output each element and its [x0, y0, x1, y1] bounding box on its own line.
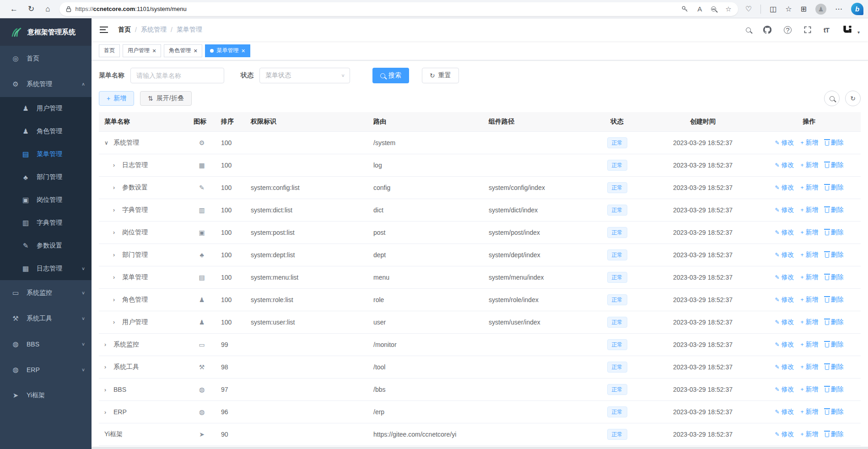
home-icon[interactable]: ⌂	[45, 5, 50, 13]
add-link[interactable]: +新增	[801, 161, 819, 169]
expand-closed-icon[interactable]: ›	[104, 387, 113, 393]
add-favorite-star-icon[interactable]: ☆	[725, 5, 731, 13]
delete-link[interactable]: 删除	[825, 139, 844, 147]
search-icon[interactable]	[746, 27, 751, 32]
edit-link[interactable]: ✎修改	[775, 318, 794, 326]
expand-open-icon[interactable]: ∨	[104, 140, 113, 146]
edit-link[interactable]: ✎修改	[775, 251, 794, 259]
expand-closed-icon[interactable]: ›	[113, 184, 122, 191]
add-link[interactable]: +新增	[801, 139, 819, 147]
sidebar-item-dict-manage[interactable]: ▥字典管理	[0, 211, 92, 234]
add-link[interactable]: +新增	[801, 430, 819, 438]
reset-button[interactable]: ↻ 重置	[422, 68, 459, 83]
fullscreen-icon[interactable]	[804, 26, 811, 33]
github-icon[interactable]	[763, 26, 771, 34]
edit-link[interactable]: ✎修改	[775, 206, 794, 214]
sidebar-item-home[interactable]: ◎首页	[0, 46, 92, 71]
sidebar-item-yi-framework[interactable]: ➤Yi框架	[0, 383, 92, 408]
add-button[interactable]: + 新增	[99, 91, 134, 106]
delete-link[interactable]: 删除	[825, 430, 844, 438]
edit-link[interactable]: ✎修改	[775, 161, 794, 169]
search-button[interactable]: 搜索	[372, 68, 409, 83]
edit-link[interactable]: ✎修改	[775, 184, 794, 192]
delete-link[interactable]: 删除	[825, 296, 844, 304]
sidebar-item-system-manage[interactable]: ⚙系统管理∧	[0, 71, 92, 97]
edit-link[interactable]: ✎修改	[775, 385, 794, 394]
sidebar-item-post-manage[interactable]: ▣岗位管理	[0, 189, 92, 211]
refresh-table-button[interactable]: ↻	[845, 91, 861, 106]
password-key-icon[interactable]	[681, 5, 688, 12]
expand-closed-icon[interactable]: ›	[113, 207, 122, 213]
read-aloud-icon[interactable]: A	[697, 5, 702, 13]
delete-link[interactable]: 删除	[825, 206, 844, 214]
sidebar-item-system-monitor[interactable]: ▭系统监控∨	[0, 280, 92, 306]
expand-closed-icon[interactable]: ›	[104, 364, 113, 370]
expand-closed-icon[interactable]: ›	[113, 319, 122, 325]
show-search-button[interactable]	[824, 91, 840, 106]
edit-link[interactable]: ✎修改	[775, 430, 794, 438]
sidebar-item-user-manage[interactable]: ♟用户管理	[0, 97, 92, 120]
caret-down-icon[interactable]: ▾	[857, 30, 860, 36]
add-link[interactable]: +新增	[801, 318, 819, 326]
add-link[interactable]: +新增	[801, 385, 819, 394]
sidebar-collapse-icon[interactable]	[100, 27, 108, 33]
expand-closed-icon[interactable]: ›	[113, 274, 122, 281]
address-bar[interactable]: https://ccnetcore.com:1101/system/menu A…	[59, 2, 738, 16]
add-link[interactable]: +新增	[801, 296, 819, 304]
split-screen-icon[interactable]: ◫	[770, 5, 776, 13]
back-icon[interactable]: ←	[10, 5, 18, 13]
add-link[interactable]: +新增	[801, 251, 819, 259]
expand-closed-icon[interactable]: ›	[104, 341, 113, 348]
sidebar-item-dept-manage[interactable]: ♣部门管理	[0, 166, 92, 189]
sidebar-item-log-manage[interactable]: ▦日志管理∨	[0, 257, 92, 280]
edit-link[interactable]: ✎修改	[775, 139, 794, 147]
expand-closed-icon[interactable]: ›	[113, 297, 122, 303]
expand-closed-icon[interactable]: ›	[113, 162, 122, 168]
browser-essentials-icon[interactable]: ♡	[745, 5, 752, 13]
delete-link[interactable]: 删除	[825, 363, 844, 371]
refresh-icon[interactable]: ↻	[28, 5, 34, 13]
edit-link[interactable]: ✎修改	[775, 273, 794, 281]
font-size-icon[interactable]: tT	[824, 26, 829, 34]
sidebar-item-config-setting[interactable]: ✎参数设置	[0, 234, 92, 257]
delete-link[interactable]: 删除	[825, 251, 844, 259]
sidebar-item-system-tool[interactable]: ⚒系统工具∨	[0, 306, 92, 331]
breadcrumb-system[interactable]: 系统管理	[141, 26, 167, 34]
tab-home[interactable]: 首页	[99, 44, 120, 57]
favorites-icon[interactable]: ☆	[785, 5, 792, 13]
edit-link[interactable]: ✎修改	[775, 341, 794, 349]
delete-link[interactable]: 删除	[825, 385, 844, 394]
delete-link[interactable]: 删除	[825, 228, 844, 237]
yi-logo-avatar[interactable]	[841, 24, 853, 36]
add-link[interactable]: +新增	[801, 273, 819, 281]
add-link[interactable]: +新增	[801, 228, 819, 237]
sidebar-item-role-manage[interactable]: ♟角色管理	[0, 120, 92, 143]
menu-name-input[interactable]	[130, 68, 224, 83]
edit-link[interactable]: ✎修改	[775, 296, 794, 304]
edit-link[interactable]: ✎修改	[775, 228, 794, 237]
delete-link[interactable]: 删除	[825, 161, 844, 169]
close-icon[interactable]: ×	[241, 48, 245, 54]
app-logo[interactable]: 意框架管理系统	[0, 18, 92, 46]
more-menu-icon[interactable]: ⋯	[835, 5, 842, 13]
delete-link[interactable]: 删除	[825, 318, 844, 326]
sidebar-item-bbs[interactable]: ◍BBS∨	[0, 331, 92, 357]
expand-closed-icon[interactable]: ›	[104, 409, 113, 416]
delete-link[interactable]: 删除	[825, 184, 844, 192]
breadcrumb-home[interactable]: 首页	[118, 26, 131, 34]
tab-menu-manage[interactable]: 菜单管理×	[205, 44, 250, 57]
edit-link[interactable]: ✎修改	[775, 408, 794, 416]
add-link[interactable]: +新增	[801, 184, 819, 192]
sidebar-item-erp[interactable]: ◍ERP∨	[0, 357, 92, 383]
sidebar-item-menu-manage[interactable]: ▤菜单管理	[0, 143, 92, 166]
expand-closed-icon[interactable]: ›	[113, 229, 122, 236]
add-link[interactable]: +新增	[801, 363, 819, 371]
edit-link[interactable]: ✎修改	[775, 363, 794, 371]
delete-link[interactable]: 删除	[825, 273, 844, 281]
delete-link[interactable]: 删除	[825, 341, 844, 349]
status-select[interactable]: 菜单状态 ∨	[259, 68, 350, 83]
bing-sidebar-icon[interactable]: b	[851, 3, 863, 15]
expand-collapse-button[interactable]: ⇅ 展开/折叠	[140, 91, 192, 106]
tab-role-manage[interactable]: 角色管理×	[164, 44, 202, 57]
add-link[interactable]: +新增	[801, 341, 819, 349]
